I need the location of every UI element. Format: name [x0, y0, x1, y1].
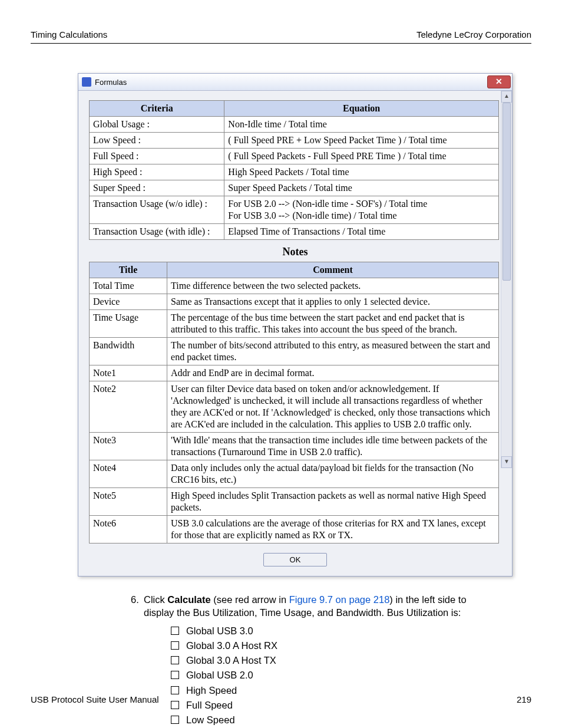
table-row: Time UsageThe percentage of the bus time… [90, 310, 499, 338]
checkbox-icon [171, 686, 179, 694]
scroll-down-icon[interactable]: ▼ [501, 456, 512, 468]
page-footer: USB Protocol Suite User Manual 219 [31, 694, 531, 704]
checkbox-icon [171, 627, 179, 635]
criteria-cell: Super Speed : [90, 180, 224, 196]
list-item: Low Speed [171, 713, 496, 726]
app-icon [82, 77, 91, 87]
table-row: Transaction Usage (w/o idle) :For USB 2.… [90, 196, 499, 224]
table-row: Note6USB 3.0 calculations are the averag… [90, 516, 499, 543]
criteria-cell: Transaction Usage (w/o idle) : [90, 196, 224, 224]
figure-link[interactable]: Figure 9.7 on page 218 [289, 594, 390, 605]
comment-cell: The number of bits/second attributed to … [167, 338, 499, 365]
table-row: Full Speed :( Full Speed Packets - Full … [90, 149, 499, 164]
table-row: Note1Addr and EndP are in decimal format… [90, 365, 499, 381]
title-cell: Note2 [90, 381, 167, 433]
footer-right: 219 [517, 694, 531, 704]
list-item-label: Global 3.0 A Host TX [186, 654, 276, 667]
table-row: Global Usage :Non-Idle time / Total time [90, 117, 499, 133]
bus-utilization-list: Global USB 3.0Global 3.0 A Host RXGlobal… [171, 624, 496, 728]
table-row: Note2User can filter Device data based o… [90, 381, 499, 433]
col-title: Title [90, 262, 167, 278]
comment-cell: Data only includes only the actual data/… [167, 460, 499, 488]
step-line: Click Calculate (see red arrow in Figure… [144, 593, 496, 620]
table-row: Note5High Speed includes Split Transacti… [90, 488, 499, 516]
list-number: 6. [131, 593, 144, 620]
dialog-titlebar: Formulas ✕ [78, 74, 512, 91]
table-row: Note4Data only includes only the actual … [90, 460, 499, 488]
comment-cell: 'With Idle' means that the transaction t… [167, 433, 499, 460]
ok-button[interactable]: OK [263, 553, 327, 566]
scrollbar[interactable]: ▲ ▼ [501, 91, 512, 468]
list-item-label: Global USB 2.0 [186, 668, 253, 681]
comment-cell: USB 3.0 calculations are the average of … [167, 516, 499, 543]
formulas-dialog: Formulas ✕ ▲ ▼ Criteria Equation Global … [78, 73, 513, 577]
close-icon[interactable]: ✕ [487, 75, 511, 88]
title-cell: Bandwidth [90, 338, 167, 365]
equation-cell: For USB 2.0 --> (Non-idle time - SOF's) … [224, 196, 499, 224]
comment-cell: The percentage of the bus time between t… [167, 310, 499, 338]
table-row: DeviceSame as Transactions except that i… [90, 294, 499, 310]
dialog-title: Formulas [95, 78, 487, 87]
equation-cell: Super Speed Packets / Total time [224, 180, 499, 196]
criteria-table: Criteria Equation Global Usage :Non-Idle… [89, 100, 499, 240]
table-row: Super Speed :Super Speed Packets / Total… [90, 180, 499, 196]
equation-cell: High Speed Packets / Total time [224, 164, 499, 180]
col-equation: Equation [224, 101, 499, 117]
col-comment: Comment [167, 262, 499, 278]
criteria-table-wrap: Criteria Equation Global Usage :Non-Idle… [89, 100, 499, 240]
equation-cell: Non-Idle time / Total time [224, 117, 499, 133]
title-cell: Note3 [90, 433, 167, 460]
title-cell: Note6 [90, 516, 167, 543]
notes-table: Title Comment Total TimeTime difference … [89, 262, 499, 543]
table-row: Note3'With Idle' means that the transact… [90, 433, 499, 460]
equation-cell: ( Full Speed PRE + Low Speed Packet Time… [224, 133, 499, 149]
table-row: Total TimeTime difference between the tw… [90, 278, 499, 294]
title-cell: Device [90, 294, 167, 310]
list-item: Global 3.0 A Host RX [171, 639, 496, 652]
table-header-row: Criteria Equation [90, 101, 499, 117]
list-item-label: Global 3.0 A Host RX [186, 639, 277, 652]
scroll-thumb[interactable] [503, 103, 511, 281]
criteria-cell: Global Usage : [90, 117, 224, 133]
table-row: Transaction Usage (with idle) :Elapsed T… [90, 224, 499, 240]
step-6-text: 6. Click Calculate (see red arrow in Fig… [131, 593, 496, 728]
notes-heading: Notes [83, 246, 507, 258]
footer-left: USB Protocol Suite User Manual [31, 694, 159, 704]
list-item: Global 3.0 A Host TX [171, 654, 496, 667]
title-cell: Time Usage [90, 310, 167, 338]
calculate-label: Calculate [167, 594, 210, 605]
comment-cell: Same as Transactions except that it appl… [167, 294, 499, 310]
criteria-cell: Full Speed : [90, 149, 224, 164]
equation-cell: ( Full Speed Packets - Full Speed PRE Ti… [224, 149, 499, 164]
scroll-up-icon[interactable]: ▲ [501, 91, 512, 103]
list-item-label: Global USB 3.0 [186, 624, 253, 637]
comment-cell: Time difference between the two selected… [167, 278, 499, 294]
title-cell: Total Time [90, 278, 167, 294]
table-row: Low Speed :( Full Speed PRE + Low Speed … [90, 133, 499, 149]
table-row: BandwidthThe number of bits/second attri… [90, 338, 499, 365]
col-criteria: Criteria [90, 101, 224, 117]
page-header: Timing Calculations Teledyne LeCroy Corp… [31, 29, 531, 44]
checkbox-icon [171, 656, 179, 664]
criteria-cell: Transaction Usage (with idle) : [90, 224, 224, 240]
checkbox-icon [171, 716, 179, 724]
header-right: Teledyne LeCroy Corporation [416, 29, 531, 39]
notes-table-wrap: Title Comment Total TimeTime difference … [89, 262, 499, 543]
list-item: Global USB 2.0 [171, 668, 496, 681]
criteria-cell: High Speed : [90, 164, 224, 180]
checkbox-icon [171, 671, 179, 679]
comment-cell: Addr and EndP are in decimal format. [167, 365, 499, 381]
comment-cell: High Speed includes Split Transaction pa… [167, 488, 499, 516]
checkbox-icon [171, 641, 179, 650]
title-cell: Note1 [90, 365, 167, 381]
table-header-row: Title Comment [90, 262, 499, 278]
comment-cell: User can filter Device data based on tok… [167, 381, 499, 433]
title-cell: Note4 [90, 460, 167, 488]
table-row: High Speed :High Speed Packets / Total t… [90, 164, 499, 180]
title-cell: Note5 [90, 488, 167, 516]
dialog-body: ▲ ▼ Criteria Equation Global Usage :Non-… [78, 91, 512, 576]
criteria-cell: Low Speed : [90, 133, 224, 149]
equation-cell: Elapsed Time of Transactions / Total tim… [224, 224, 499, 240]
list-item-label: Low Speed [186, 713, 235, 726]
dialog-button-row: OK [83, 549, 507, 571]
